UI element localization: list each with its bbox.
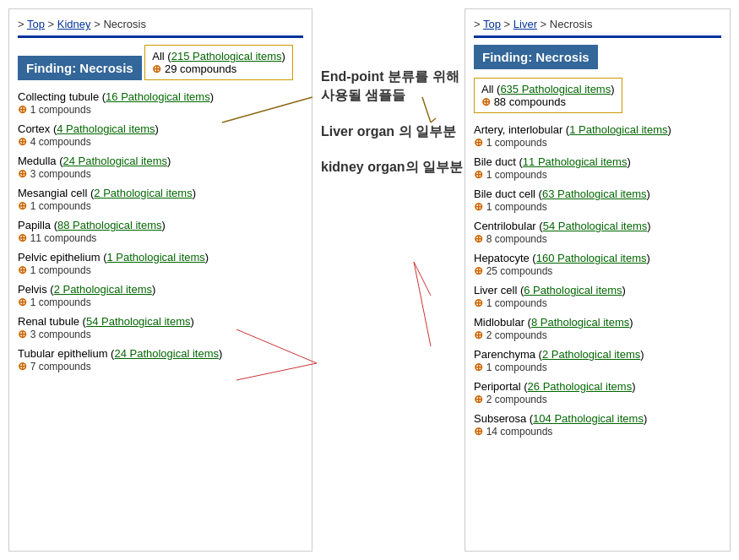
right-all-link[interactable]: 635 Pathological items — [500, 83, 611, 95]
left-all-plus: ⊕ — [152, 63, 161, 75]
right-list-item: Bile duct (11 Pathological items)⊕ 1 com… — [474, 155, 721, 181]
left-list-item: Cortex (4 Pathological items)⊕ 4 compoun… — [18, 122, 303, 148]
right-list-item: Liver cell (6 Pathological items)⊕ 1 com… — [474, 284, 721, 309]
right-breadcrumb-sep2: > — [541, 18, 550, 30]
right-list-item: Bile duct cell (63 Pathological items)⊕ … — [474, 188, 721, 213]
right-breadcrumb-liver-link[interactable]: Liver — [513, 18, 537, 30]
right-list-item: Midlobular (8 Pathological items)⊕ 2 com… — [474, 316, 721, 341]
right-all-items-box: All (635 Pathological items) ⊕ 88 compou… — [474, 78, 622, 113]
left-list-item: Papilla (88 Pathological items)⊕ 11 comp… — [18, 219, 303, 244]
right-panel: > Top > Liver > Necrosis Finding: Necros… — [465, 8, 731, 552]
right-all-suffix: ) — [611, 83, 614, 95]
right-list-item: Artery, interlobular (1 Pathological ite… — [474, 123, 721, 149]
left-breadcrumb-kidney-link[interactable]: Kidney — [57, 18, 91, 30]
left-all-suffix: ) — [282, 50, 285, 63]
left-breadcrumb-current: Necrosis — [103, 18, 146, 30]
annotation-label-2: Liver organ 의 일부분 — [321, 122, 456, 141]
right-breadcrumb-current: Necrosis — [550, 18, 593, 30]
left-panel: > Top > Kidney > Necrosis Finding: Necro… — [8, 8, 312, 552]
right-list-item: Parenchyma (2 Pathological items)⊕ 1 com… — [474, 348, 721, 373]
annotation-label-3: kidney organ의 일부분 — [321, 158, 463, 177]
left-all-compounds: 29 compounds — [165, 63, 236, 75]
left-list-item: Collecting tubule (16 Pathological items… — [18, 90, 303, 116]
right-items-list: Artery, interlobular (1 Pathological ite… — [474, 123, 721, 438]
left-breadcrumb-sep2: > — [94, 18, 103, 30]
left-list-item: Pelvis (2 Pathological items)⊕ 1 compoun… — [18, 283, 303, 308]
right-all-plus: ⊕ — [481, 95, 491, 108]
right-list-item: Centrilobular (54 Pathological items)⊕ 8… — [474, 220, 721, 245]
center-annotation-area: End-point 분류를 위해 사용될 샘플들 Liver organ 의 일… — [312, 0, 465, 560]
right-all-compounds: 88 compounds — [494, 95, 566, 108]
left-breadcrumb: > Top > Kidney > Necrosis — [18, 18, 303, 38]
left-finding-header: Finding: Necrosis — [18, 56, 142, 80]
left-list-item: Tubular epithelium (24 Pathological item… — [18, 347, 303, 372]
right-list-item: Subserosa (104 Pathological items)⊕ 14 c… — [474, 412, 721, 438]
left-breadcrumb-sep1: > — [48, 18, 57, 30]
left-all-items-box: All (215 Pathological items) ⊕ 29 compou… — [144, 45, 293, 80]
left-list-item: Renal tubule (54 Pathological items)⊕ 3 … — [18, 315, 303, 340]
left-all-prefix: All ( — [152, 50, 171, 63]
right-breadcrumb-top-link[interactable]: Top — [483, 18, 501, 30]
right-breadcrumb-prefix: > — [474, 18, 483, 30]
right-breadcrumb: > Top > Liver > Necrosis — [474, 18, 721, 38]
right-breadcrumb-sep1: > — [504, 18, 513, 30]
left-list-item: Pelvic epithelium (1 Pathological items)… — [18, 251, 303, 276]
right-list-item: Hepatocyte (160 Pathological items)⊕ 25 … — [474, 252, 721, 277]
right-list-item: Periportal (26 Pathological items)⊕ 2 co… — [474, 380, 721, 405]
left-items-list: Collecting tubule (16 Pathological items… — [18, 90, 303, 372]
left-breadcrumb-top-link[interactable]: Top — [27, 18, 45, 30]
annotation-label-1: End-point 분류를 위해 사용될 샘플들 — [321, 68, 465, 106]
left-list-item: Mesangial cell (2 Pathological items)⊕ 1… — [18, 187, 303, 212]
right-all-prefix: All ( — [481, 83, 500, 95]
left-list-item: Medulla (24 Pathological items)⊕ 3 compo… — [18, 155, 303, 180]
left-all-link[interactable]: 215 Pathological items — [171, 50, 282, 63]
right-finding-header: Finding: Necrosis — [474, 45, 598, 69]
left-breadcrumb-prefix: > — [18, 18, 27, 30]
